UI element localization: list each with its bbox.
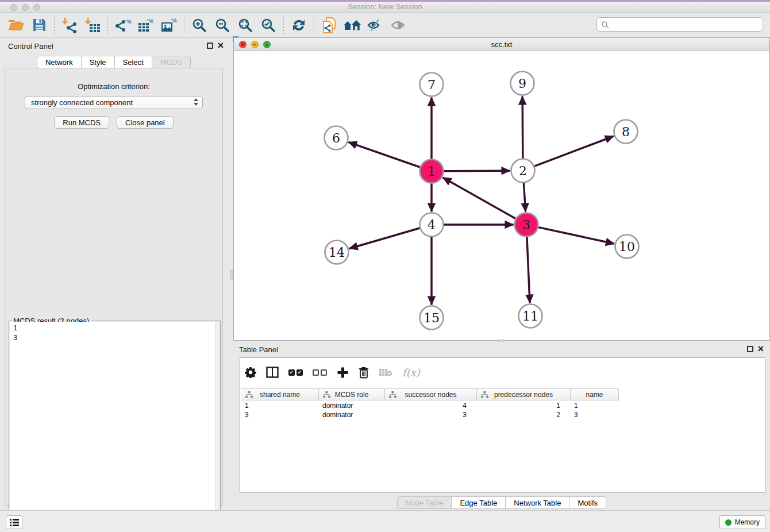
export-image-icon	[160, 17, 178, 33]
graph-node-9[interactable]: 9	[511, 72, 534, 95]
close-panel-icon[interactable]: ✕	[217, 41, 224, 50]
float-panel-icon[interactable]	[207, 43, 213, 49]
column-header-MCDS-role[interactable]: MCDS role	[319, 389, 385, 400]
mcds-tab-content: Optimization criterion: strongly connect…	[5, 68, 223, 506]
network-canvas[interactable]: 7968124314101511	[234, 51, 769, 340]
table-panel: Table Panel ✕ ✓	[233, 342, 770, 510]
node-table-container: ✓ ✓	[240, 357, 765, 493]
table-column-headers: shared nameMCDS rolesuccessor nodesprede…	[241, 388, 619, 400]
graph-node-1[interactable]: 1	[420, 160, 444, 183]
tab-network-table[interactable]: Network Table	[506, 496, 569, 509]
graph-node-6[interactable]: 6	[325, 126, 348, 150]
network-graph[interactable]: 7968124314101511	[234, 51, 769, 340]
graph-edge-3-10[interactable]	[538, 227, 614, 244]
close-panel-button[interactable]: Close panel	[117, 116, 174, 129]
table-rows: 1dominator4113dominator323	[241, 401, 764, 419]
hide-selected-button[interactable]	[365, 16, 385, 35]
zoom-in-icon	[192, 18, 207, 33]
graph-edge-1-6[interactable]	[348, 142, 420, 167]
tab-mcds[interactable]: MCDS	[152, 56, 191, 68]
control-panel-header: Control Panel ✕	[0, 38, 228, 54]
zoom-out-button[interactable]	[213, 16, 232, 35]
optimization-criterion-select[interactable]: strongly connected component	[25, 96, 203, 109]
tab-style[interactable]: Style	[82, 56, 115, 68]
memory-button[interactable]: Memory	[719, 515, 765, 529]
fit-content-button[interactable]	[236, 16, 255, 35]
save-session-button[interactable]	[29, 16, 49, 35]
zoom-in-button[interactable]	[190, 16, 209, 35]
graph-node-4[interactable]: 4	[420, 213, 444, 237]
export-image-button[interactable]	[159, 16, 179, 35]
graph-node-7[interactable]: 7	[420, 73, 444, 97]
table-cell: 3	[241, 411, 319, 419]
graph-node-3[interactable]: 3	[515, 213, 538, 237]
table-settings-button[interactable]	[245, 367, 256, 378]
eye-slash-icon	[367, 18, 384, 32]
tab-edge-table[interactable]: Edge Table	[452, 496, 506, 509]
table-type-tabs: Node TableEdge TableNetwork TableMotifs	[233, 496, 770, 509]
search-icon	[601, 21, 609, 29]
column-header-predecessor-nodes[interactable]: predecessor nodes	[477, 389, 571, 400]
add-column-button[interactable]	[337, 367, 349, 379]
search-input[interactable]	[609, 18, 763, 31]
graph-node-11[interactable]: 11	[519, 304, 542, 328]
import-network-button[interactable]	[60, 16, 79, 35]
graph-edge-1-2[interactable]	[443, 171, 510, 171]
delete-table-button[interactable]	[379, 368, 392, 377]
float-panel-icon[interactable]	[747, 346, 753, 352]
result-scrollbar[interactable]	[215, 322, 220, 532]
graph-edge-4-14[interactable]	[349, 228, 421, 249]
graph-edge-3-1[interactable]	[443, 178, 517, 219]
control-panel-title: Control Panel	[8, 42, 53, 51]
delete-column-button[interactable]	[359, 367, 369, 379]
table-row[interactable]: 3dominator323	[241, 410, 764, 419]
export-network-button[interactable]	[113, 16, 133, 35]
import-table-button[interactable]	[83, 16, 102, 35]
node-label: 9	[518, 76, 526, 91]
column-header-shared-name[interactable]: shared name	[241, 389, 319, 400]
column-view-button[interactable]	[266, 367, 279, 378]
table-cell: 1	[571, 402, 619, 410]
close-panel-icon[interactable]: ✕	[757, 344, 764, 353]
toolbar-separator	[54, 16, 55, 35]
graph-node-14[interactable]: 14	[325, 241, 349, 264]
first-neighbors-button[interactable]	[342, 16, 362, 35]
export-table-icon	[137, 17, 155, 33]
run-mcds-button[interactable]: Run MCDS	[54, 116, 109, 129]
homes-icon	[343, 18, 361, 32]
splitter-grip[interactable]	[230, 270, 233, 280]
node-label: 3	[522, 218, 530, 232]
tab-select[interactable]: Select	[115, 56, 152, 68]
graph-node-15[interactable]: 15	[420, 306, 444, 330]
task-history-button[interactable]	[6, 515, 22, 529]
export-table-button[interactable]	[136, 16, 156, 35]
graph-node-10[interactable]: 10	[615, 235, 639, 259]
deselect-all-button[interactable]	[313, 369, 327, 376]
graph-edge-2-8[interactable]	[534, 136, 614, 167]
clone-network-button[interactable]	[319, 16, 339, 35]
table-cell: 1	[477, 402, 571, 410]
graph-edge-3-11[interactable]	[527, 236, 530, 303]
table-row[interactable]: 1dominator411	[241, 401, 764, 410]
trash-icon	[359, 367, 369, 379]
graph-node-8[interactable]: 8	[614, 120, 638, 144]
function-builder-button[interactable]: f(x)	[402, 367, 420, 379]
graph-node-2[interactable]: 2	[511, 159, 535, 183]
graph-edge-2-9[interactable]	[522, 96, 523, 159]
mcds-result-textarea[interactable]: 1 3	[10, 322, 215, 532]
zoom-selected-button[interactable]	[259, 16, 278, 35]
tab-motifs[interactable]: Motifs	[569, 496, 606, 509]
apply-layout-button[interactable]	[289, 16, 309, 35]
graph-edge-2-3[interactable]	[523, 182, 525, 211]
open-session-button[interactable]	[6, 16, 26, 35]
tab-network[interactable]: Network	[37, 56, 82, 68]
column-header-name[interactable]: name	[571, 389, 619, 400]
tab-node-table[interactable]: Node Table	[397, 496, 452, 509]
column-header-successor-nodes[interactable]: successor nodes	[385, 389, 477, 400]
network-window-titlebar: ✕ − ＋ scc.txt	[234, 38, 769, 51]
search-field[interactable]	[596, 17, 763, 32]
select-all-button[interactable]: ✓ ✓	[288, 369, 303, 376]
list-icon	[10, 518, 19, 526]
show-all-button[interactable]	[388, 16, 408, 35]
checked-box-icon: ✓	[288, 369, 295, 376]
